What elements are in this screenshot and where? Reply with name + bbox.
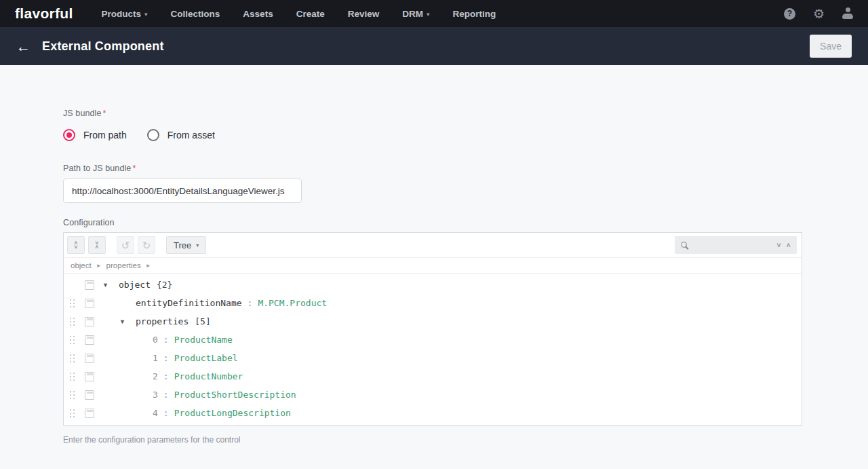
tree-field-value[interactable]: ProductShortDescription	[174, 390, 296, 400]
mode-label: Tree	[174, 240, 191, 250]
caret-down-icon: ▾	[144, 10, 148, 18]
radio-selected-icon	[63, 129, 75, 141]
js-bundle-label: JS bundle*	[63, 109, 868, 118]
js-bundle-label-text: JS bundle	[63, 109, 102, 118]
radio-option-from-path[interactable]: From path	[63, 129, 127, 141]
tree-row: 0:ProductName	[64, 331, 802, 349]
radio-label: From path	[83, 130, 127, 140]
tree-row: entityDefinitionName:M.PCM.Product	[64, 294, 802, 312]
nav-item-label: Create	[296, 9, 325, 19]
drag-handle-icon[interactable]	[69, 372, 76, 381]
nav-item-reporting[interactable]: Reporting	[452, 9, 496, 19]
tree-field-value[interactable]: M.PCM.Product	[258, 298, 327, 308]
json-editor: ˄ ˅ ˅ ˄ ↺ ↻ Tree ▾ ˅ ˄ object►properties…	[63, 232, 802, 426]
user-account-icon[interactable]	[842, 7, 853, 20]
breadcrumb-arrow-icon: ►	[146, 262, 151, 269]
context-menu-button[interactable]	[85, 390, 94, 400]
nav-item-products[interactable]: Products▾	[102, 9, 148, 19]
tree-row: 2:ProductNumber	[64, 367, 802, 386]
save-button[interactable]: Save	[810, 35, 852, 58]
key-value-separator: :	[163, 390, 169, 400]
tree-child-count: {2}	[157, 280, 172, 290]
help-icon[interactable]: ?	[784, 8, 795, 20]
nav-item-review[interactable]: Review	[348, 9, 380, 19]
caret-down-icon: ▾	[427, 10, 430, 18]
context-menu-button[interactable]	[85, 372, 94, 381]
drag-handle-icon[interactable]	[69, 335, 76, 345]
tree-index: 4	[153, 408, 158, 418]
breadcrumb-item[interactable]: object	[71, 261, 92, 269]
redo-button[interactable]: ↻	[138, 236, 155, 254]
key-value-separator: :	[163, 371, 169, 381]
caret-down-icon: ▾	[196, 242, 199, 248]
tree-row: 4:ProductLongDescription	[64, 404, 802, 422]
json-tree: ▼object{2}entityDefinitionName:M.PCM.Pro…	[64, 274, 802, 425]
path-input[interactable]	[63, 179, 302, 203]
tree-row: 3:ProductShortDescription	[64, 386, 802, 404]
search-input[interactable]	[693, 240, 772, 250]
nav-item-create[interactable]: Create	[296, 9, 325, 19]
tree-node: entityDefinitionName:M.PCM.Product	[102, 298, 327, 308]
collapse-all-button[interactable]: ˅ ˄	[88, 236, 106, 254]
tree-index: 1	[153, 353, 158, 363]
context-menu-button[interactable]	[85, 335, 94, 345]
nav-item-drm[interactable]: DRM▾	[402, 9, 429, 19]
drag-handle-icon[interactable]	[69, 409, 76, 418]
search-next-icon[interactable]: ˅	[776, 242, 781, 249]
drag-handle-icon[interactable]	[69, 299, 76, 308]
breadcrumb: object►properties►	[64, 257, 802, 274]
nav-item-assets[interactable]: Assets	[243, 9, 273, 19]
nav-item-label: Collections	[171, 9, 220, 19]
tree-index: 3	[153, 390, 158, 400]
tree-field-value[interactable]: ProductLabel	[174, 353, 238, 363]
gear-icon[interactable]: ⚙	[813, 7, 825, 20]
radio-option-from-asset[interactable]: From asset	[147, 129, 215, 141]
topbar-actions: ? ⚙	[784, 7, 853, 20]
search-box: ˅ ˄	[675, 236, 797, 254]
tree-index: 2	[153, 371, 158, 381]
radio-unselected-icon	[147, 129, 159, 141]
tree-field-name[interactable]: object	[119, 280, 151, 290]
context-menu-button[interactable]	[85, 299, 94, 308]
form-content: JS bundle* From pathFrom asset Path to J…	[0, 65, 868, 445]
key-value-separator: :	[163, 408, 169, 418]
nav-item-label: Reporting	[452, 9, 496, 19]
nav-item-label: DRM	[402, 9, 423, 19]
search-previous-icon[interactable]: ˄	[786, 242, 791, 249]
tree-node: 3:ProductShortDescription	[102, 390, 296, 400]
undo-button[interactable]: ↺	[117, 236, 134, 254]
context-menu-button[interactable]	[85, 280, 94, 290]
context-menu-button[interactable]	[85, 354, 94, 363]
drag-handle-icon[interactable]	[69, 317, 76, 326]
breadcrumb-item[interactable]: properties	[106, 261, 141, 269]
nav-item-label: Review	[348, 9, 380, 19]
breadcrumb-arrow-icon: ►	[96, 262, 102, 269]
tree-field-value[interactable]: ProductLongDescription	[174, 408, 291, 418]
radio-label: From asset	[167, 130, 215, 140]
tree-field-name[interactable]: entityDefinitionName	[136, 298, 242, 308]
context-menu-button[interactable]	[85, 317, 94, 326]
page-title: External Component	[42, 39, 164, 54]
collapse-triangle-icon[interactable]: ▼	[119, 318, 136, 325]
tree-node: 4:ProductLongDescription	[102, 408, 291, 418]
tree-field-value[interactable]: ProductNumber	[174, 371, 243, 381]
context-menu-button[interactable]	[85, 409, 94, 418]
path-to-js-bundle-label: Path to JS bundle*	[63, 164, 868, 173]
json-editor-toolbar: ˄ ˅ ˅ ˄ ↺ ↻ Tree ▾ ˅ ˄	[64, 233, 802, 257]
tree-field-name[interactable]: properties	[136, 316, 189, 326]
mode-dropdown[interactable]: Tree ▾	[166, 236, 206, 254]
back-arrow-icon[interactable]: ←	[16, 39, 31, 54]
tree-node: ▼object{2}	[102, 280, 172, 290]
tree-child-count: [5]	[195, 316, 210, 326]
tree-field-value[interactable]: ProductName	[174, 335, 233, 345]
expand-all-button[interactable]: ˄ ˅	[67, 236, 85, 254]
key-value-separator: :	[248, 298, 253, 308]
nav-item-collections[interactable]: Collections	[171, 9, 220, 19]
tree-row: ▼properties[5]	[64, 312, 802, 331]
collapse-triangle-icon[interactable]: ▼	[102, 282, 119, 288]
drag-handle-icon[interactable]	[69, 354, 76, 363]
search-icon	[680, 241, 689, 250]
drag-handle-icon[interactable]	[69, 390, 76, 400]
brand-logo[interactable]: flavorful	[15, 5, 73, 22]
configuration-label: Configuration	[63, 218, 868, 227]
